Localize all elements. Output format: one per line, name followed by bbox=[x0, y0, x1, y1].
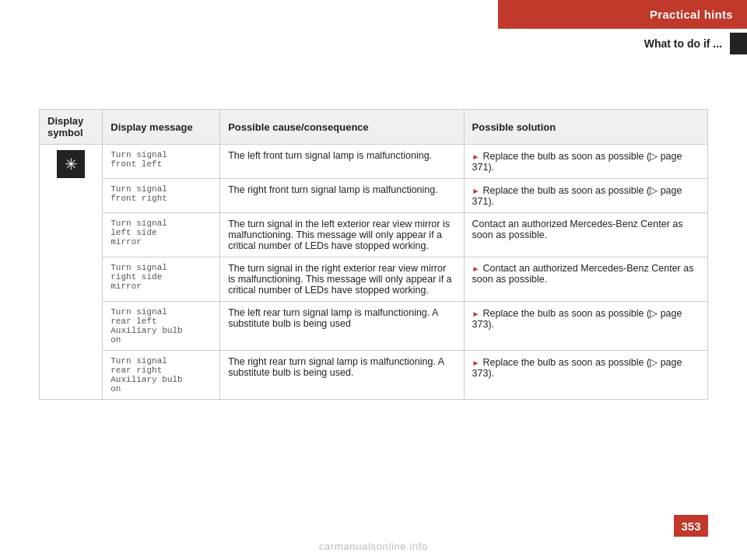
display-msg-cell: Turn signalrear rightAuxiliary bulbon bbox=[103, 351, 220, 400]
info-table: Display symbol Display message Possible … bbox=[39, 109, 708, 400]
practical-hints-label: Practical hints bbox=[650, 8, 733, 21]
table-row: Turn signalleft sidemirror The turn sign… bbox=[40, 213, 708, 257]
header-area: Practical hints What to do if ... bbox=[498, 0, 747, 58]
symbol-cell: ✳ bbox=[40, 145, 103, 400]
solution-cell: ►Replace the bulb as soon as possible (▷… bbox=[464, 145, 707, 179]
arrow-icon: ► bbox=[472, 152, 480, 161]
solution-cell: ►Contact an authorized Mercedes-Benz Cen… bbox=[464, 257, 707, 302]
cause-cell: The right front turn signal lamp is malf… bbox=[220, 179, 464, 213]
col-cause: Possible cause/consequence bbox=[220, 110, 464, 145]
display-msg-cell: Turn signalfront left bbox=[103, 145, 220, 179]
cause-cell: The left front turn signal lamp is malfu… bbox=[220, 145, 464, 179]
arrow-icon: ► bbox=[472, 187, 480, 195]
display-msg-cell: Turn signalleft sidemirror bbox=[103, 213, 220, 257]
display-msg-cell: Turn signalrear leftAuxiliary bulbon bbox=[103, 302, 220, 351]
arrow-icon: ► bbox=[472, 359, 480, 367]
col-display-message: Display message bbox=[103, 110, 220, 145]
table-row: ✳ Turn signalfront left The left front t… bbox=[40, 145, 708, 179]
solution-cell: ►Replace the bulb as soon as possible (▷… bbox=[464, 179, 707, 213]
display-msg-cell: Turn signalfront right bbox=[103, 179, 220, 213]
table-row: Turn signalrear leftAuxiliary bulbon The… bbox=[40, 302, 708, 351]
solution-cell: ►Replace the bulb as soon as possible (▷… bbox=[464, 302, 707, 351]
arrow-icon: ► bbox=[472, 264, 480, 273]
cause-cell: The right rear turn signal lamp is malfu… bbox=[220, 351, 464, 400]
cause-cell: The left rear turn signal lamp is malfun… bbox=[220, 302, 464, 351]
cause-cell: The turn signal in the right exterior re… bbox=[220, 257, 464, 302]
table-row: Turn signalright sidemirror The turn sig… bbox=[40, 257, 708, 302]
practical-hints-bar: Practical hints bbox=[498, 0, 747, 29]
col-solution: Possible solution bbox=[464, 110, 707, 145]
turn-signal-icon: ✳ bbox=[57, 150, 85, 178]
watermark: carmanualsonline.info bbox=[319, 541, 428, 552]
table-row: Turn signalrear rightAuxiliary bulbon Th… bbox=[40, 351, 708, 400]
cause-cell: The turn signal in the left exterior rea… bbox=[220, 213, 464, 257]
arrow-icon: ► bbox=[472, 310, 480, 318]
solution-cell: ►Replace the bulb as soon as possible (▷… bbox=[464, 351, 707, 400]
black-block-decoration bbox=[730, 33, 747, 54]
display-msg-cell: Turn signalright sidemirror bbox=[103, 257, 220, 302]
main-content: Display symbol Display message Possible … bbox=[39, 109, 708, 400]
col-display-symbol: Display symbol bbox=[40, 110, 103, 145]
solution-cell: Contact an authorized Mercedes-Benz Cent… bbox=[464, 213, 707, 257]
what-to-do-label: What to do if ... bbox=[644, 37, 730, 50]
table-header-row: Display symbol Display message Possible … bbox=[40, 110, 708, 145]
page-number: 353 bbox=[674, 515, 708, 537]
table-row: Turn signalfront right The right front t… bbox=[40, 179, 708, 213]
what-to-do-bar: What to do if ... bbox=[498, 29, 747, 58]
